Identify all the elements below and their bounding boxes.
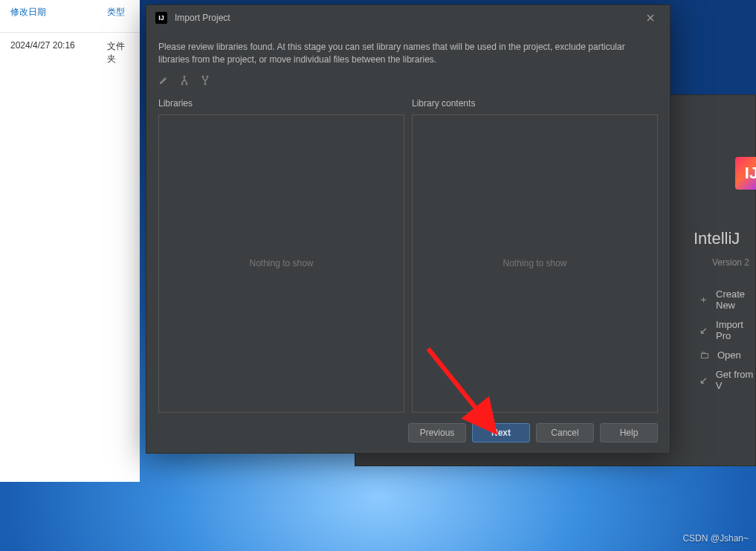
explorer-row[interactable]: 2024/4/27 20:16 文件夹 [0,33,140,73]
libraries-label: Libraries [158,98,404,109]
edit-icon[interactable] [158,75,169,88]
checkout-icon: ↙ [699,375,708,386]
dialog-body: Please review libraries found. At this s… [146,30,670,413]
menu-label: Get from V [716,369,755,391]
menu-label: Import Pro [716,319,755,341]
intellij-logo-box: IJ [735,157,756,190]
import-project-dialog: IJ Import Project Please review librarie… [146,4,671,454]
get-from-vcs[interactable]: ↙ Get from V [699,369,755,391]
folder-icon: 🗀 [699,349,710,361]
cancel-button[interactable]: Cancel [536,423,594,442]
dialog-titlebar[interactable]: IJ Import Project [146,5,670,30]
welcome-version: Version 2 [712,257,749,268]
svg-point-4 [186,83,188,85]
explorer-header-row[interactable]: 修改日期 类型 [0,0,140,33]
help-button[interactable]: Help [600,423,658,442]
dialog-button-row: Previous Next Cancel Help [146,413,670,453]
create-new-project[interactable]: ＋ Create New [699,289,755,311]
import-project[interactable]: ↙ Import Pro [699,319,755,341]
intellij-small-logo-icon: IJ [155,12,167,24]
welcome-menu: ＋ Create New ↙ Import Pro 🗀 Open ↙ Get f… [699,289,755,391]
welcome-title: IntelliJ [694,229,740,248]
svg-point-6 [207,75,209,77]
svg-point-3 [181,83,184,85]
previous-button[interactable]: Previous [408,423,466,442]
explorer-cell-date: 2024/4/27 20:16 [10,40,107,65]
empty-placeholder: Nothing to show [249,258,313,268]
svg-point-5 [202,75,204,77]
file-explorer: 修改日期 类型 2024/4/27 20:16 文件夹 [0,0,140,482]
libraries-panel: Libraries Nothing to show [158,98,404,413]
menu-label: Open [717,349,741,361]
menu-label: Create New [716,289,755,311]
empty-placeholder: Nothing to show [503,258,566,268]
panels: Libraries Nothing to show Library conten… [158,98,658,413]
explorer-header-date[interactable]: 修改日期 [10,6,107,19]
close-button[interactable] [640,9,661,27]
libraries-list[interactable]: Nothing to show [158,115,404,413]
explorer-cell-type: 文件夹 [107,40,129,65]
import-icon: ↙ [699,325,708,336]
library-contents-panel: Library contents Nothing to show [412,98,658,413]
watermark: CSDN @Jshan~ [682,533,749,544]
svg-point-2 [184,75,186,77]
plus-icon: ＋ [699,293,708,306]
dialog-instructions: Please review libraries found. At this s… [158,41,658,66]
intellij-logo: IJ [733,155,756,192]
svg-point-7 [204,83,207,85]
dialog-toolbar [158,75,658,88]
library-contents-label: Library contents [412,98,658,109]
open-project[interactable]: 🗀 Open [699,349,755,361]
dialog-title: Import Project [175,13,633,23]
library-contents-list[interactable]: Nothing to show [412,115,658,413]
close-icon [647,14,654,22]
next-button[interactable]: Next [472,423,530,442]
explorer-header-type[interactable]: 类型 [107,6,125,19]
split-icon[interactable] [179,75,190,88]
merge-icon[interactable] [200,75,210,88]
